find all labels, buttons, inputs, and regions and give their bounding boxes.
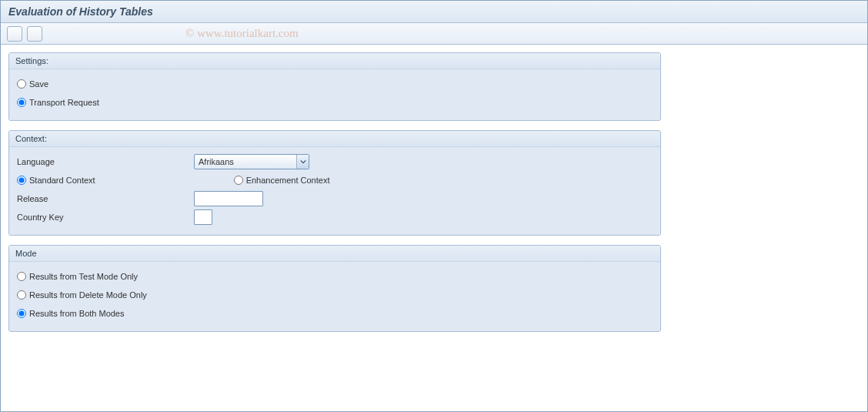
chevron-down-icon xyxy=(296,155,309,169)
standard-context-option[interactable]: Standard Context xyxy=(17,176,95,185)
release-label: Release xyxy=(17,194,194,203)
context-group-header: Context: xyxy=(9,131,660,147)
settings-save-label: Save xyxy=(29,79,48,89)
mode-test-radio[interactable] xyxy=(17,272,26,281)
country-key-label: Country Key xyxy=(17,213,194,222)
page-title: Evaluation of History Tables xyxy=(8,5,153,18)
language-label: Language xyxy=(17,157,194,166)
standard-context-radio[interactable] xyxy=(17,176,26,185)
mode-delete-option[interactable]: Results from Delete Mode Only xyxy=(17,290,147,300)
enhancement-context-label: Enhancement Context xyxy=(246,176,330,185)
settings-transport-label: Transport Request xyxy=(29,98,99,107)
mode-both-radio[interactable] xyxy=(17,309,26,318)
language-combo-value: Afrikaans xyxy=(199,157,234,166)
settings-save-option[interactable]: Save xyxy=(17,79,48,89)
enhancement-context-option[interactable]: Enhancement Context xyxy=(234,176,330,185)
content-area: Settings: Save Transport Request Context… xyxy=(1,45,867,349)
mode-group: Mode Results from Test Mode Only Results… xyxy=(8,245,661,332)
settings-transport-radio[interactable] xyxy=(17,98,26,107)
settings-transport-option[interactable]: Transport Request xyxy=(17,98,99,107)
mode-both-option[interactable]: Results from Both Modes xyxy=(17,309,125,318)
settings-group: Settings: Save Transport Request xyxy=(8,52,661,121)
language-combo[interactable]: Afrikaans xyxy=(194,154,309,169)
mode-delete-label: Results from Delete Mode Only xyxy=(29,290,147,300)
context-group: Context: Language Afrikaans Standard Con… xyxy=(8,130,661,236)
standard-context-label: Standard Context xyxy=(29,176,95,185)
info-button[interactable] xyxy=(27,26,42,42)
mode-both-label: Results from Both Modes xyxy=(29,309,125,318)
enhancement-context-radio[interactable] xyxy=(234,176,243,185)
settings-group-header: Settings: xyxy=(9,53,660,69)
country-key-input[interactable] xyxy=(194,209,212,225)
release-input[interactable] xyxy=(194,191,263,206)
mode-test-option[interactable]: Results from Test Mode Only xyxy=(17,272,138,281)
toolbar xyxy=(1,23,867,45)
settings-save-radio[interactable] xyxy=(17,79,26,89)
mode-group-header: Mode xyxy=(9,246,660,262)
mode-test-label: Results from Test Mode Only xyxy=(29,272,138,281)
title-bar: Evaluation of History Tables xyxy=(1,1,867,23)
execute-button[interactable] xyxy=(7,26,22,42)
mode-delete-radio[interactable] xyxy=(17,290,26,300)
